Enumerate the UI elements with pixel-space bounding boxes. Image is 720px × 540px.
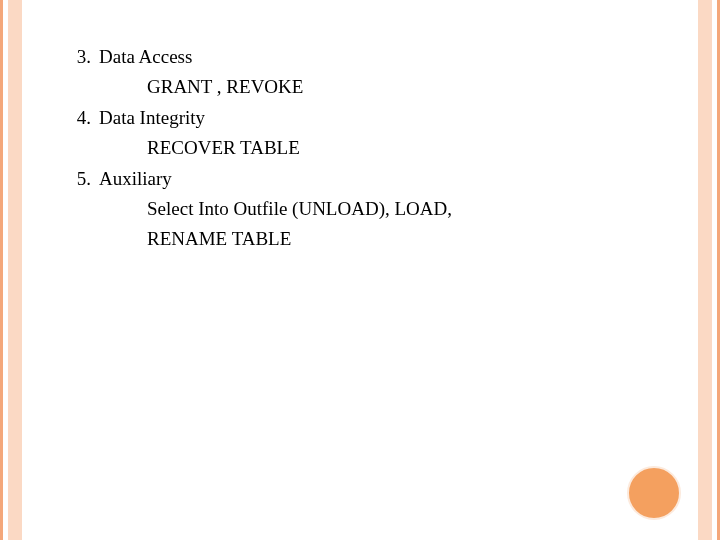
item-subtext: GRANT , REVOKE — [147, 72, 673, 102]
item-subtext: Select Into Outfile (UNLOAD), LOAD, — [147, 194, 673, 224]
slide-frame: 3. Data Access GRANT , REVOKE 4. Data In… — [0, 0, 720, 540]
item-number: 3. — [65, 42, 99, 72]
item-title: Auxiliary — [99, 164, 172, 194]
item-title: Data Integrity — [99, 103, 205, 133]
list-item: 5. Auxiliary — [65, 164, 673, 194]
item-title: Data Access — [99, 42, 192, 72]
item-subtext: RECOVER TABLE — [147, 133, 673, 163]
item-number: 5. — [65, 164, 99, 194]
decorative-circle-icon — [627, 466, 681, 520]
list-item: 4. Data Integrity — [65, 103, 673, 133]
item-number: 4. — [65, 103, 99, 133]
content-area: 3. Data Access GRANT , REVOKE 4. Data In… — [65, 42, 673, 255]
list-item: 3. Data Access — [65, 42, 673, 72]
item-subtext: RENAME TABLE — [147, 224, 673, 254]
